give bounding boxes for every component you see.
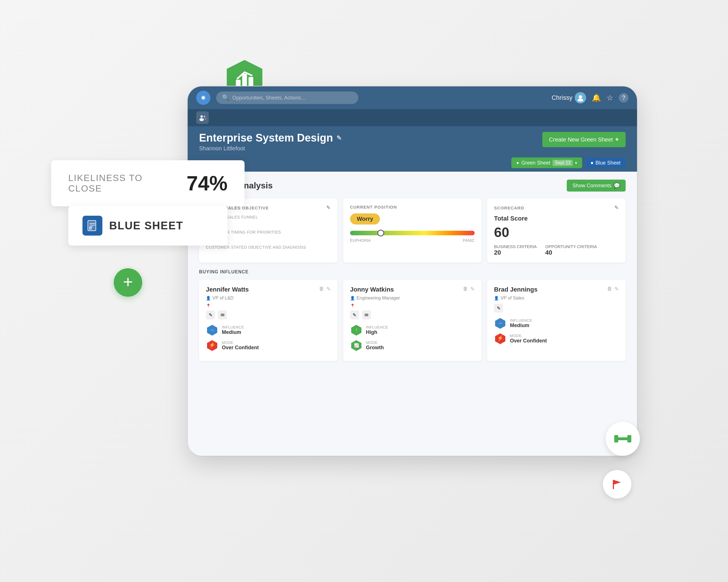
strategic-analysis-header: Strategic Analysis Show Comments 💬 xyxy=(199,179,626,192)
score-value: 60 xyxy=(494,224,619,240)
svg-text:↑: ↑ xyxy=(355,327,358,332)
tab-green-sheet[interactable]: ● Green Sheet Sept 23 ▾ xyxy=(511,158,582,168)
blue-sheet-title: BLUE SHEET xyxy=(109,220,183,232)
fitness-circle[interactable] xyxy=(606,422,640,456)
oc-value: 40 xyxy=(545,249,597,256)
create-green-sheet-button[interactable]: Create New Green Sheet + xyxy=(542,132,626,147)
jonny-contact-icon1[interactable]: ✎ xyxy=(350,310,359,320)
influence-card-jennifer: Jennifer Watts 🗑 ✎ 👤 VP of L&D 📍 xyxy=(199,280,338,361)
title-edit-icon[interactable]: ✎ xyxy=(336,134,341,142)
influence-card-brad: Brad Jennings 🗑 ✎ 👤 VP of Sales ✎ xyxy=(487,280,626,361)
svg-rect-31 xyxy=(614,435,618,442)
user-avatar[interactable] xyxy=(575,92,586,104)
brad-contact-icon1[interactable]: ✎ xyxy=(494,304,503,313)
pin-icon-jonny: 📍 xyxy=(350,304,355,308)
content-area: Strategic Analysis Show Comments 💬 SINGL… xyxy=(188,172,637,456)
oc-label: OPPORTUNITY CRITERIA xyxy=(545,244,597,249)
jennifer-delete-icon[interactable]: 🗑 xyxy=(319,286,324,292)
star-icon[interactable]: ☆ xyxy=(606,93,613,102)
svg-text:⚡: ⚡ xyxy=(497,335,504,341)
svg-text:→: → xyxy=(210,327,214,332)
green-sheet-badge: Sept 23 xyxy=(552,160,573,166)
panic-label: PANIC xyxy=(463,238,475,243)
brad-name: Brad Jennings xyxy=(494,286,538,293)
sso-edit-icon[interactable]: ✎ xyxy=(326,204,331,211)
svg-point-13 xyxy=(579,95,582,99)
influence-card-jonny: Jonny Watkins 🗑 ✎ 👤 Engineering Manager … xyxy=(343,280,482,361)
nav-right: Chrissy 🔔 ☆ ? xyxy=(552,92,628,104)
scorecard-edit-icon[interactable]: ✎ xyxy=(614,204,619,211)
jonny-edit-icon[interactable]: ✎ xyxy=(470,286,475,292)
jonny-contact-icon2[interactable]: ✉ xyxy=(362,310,371,320)
brad-delete-icon[interactable]: 🗑 xyxy=(607,286,612,292)
bell-icon[interactable]: 🔔 xyxy=(592,93,601,102)
sub-nav xyxy=(188,109,637,126)
jonny-mode-badge: 📈 MODE Growth xyxy=(350,339,475,352)
jonny-header: Jonny Watkins 🗑 ✎ xyxy=(350,286,475,293)
brad-role: 👤 VP of Sales xyxy=(494,296,619,301)
jennifer-icons: ✎ ✉ xyxy=(206,310,331,320)
opportunity-subtitle: Shannon Littlefoot xyxy=(199,145,341,152)
svg-text:→: → xyxy=(498,321,502,325)
plus-icon-btn: + xyxy=(615,136,619,143)
position-bar xyxy=(350,231,475,235)
jennifer-influence-badge: → INFLUENCE Medium xyxy=(206,324,331,336)
scorecard-label: SCORECARD ✎ xyxy=(494,204,619,211)
opportunity-title: Enterprise System Design ✎ xyxy=(199,132,341,144)
username: Chrissy xyxy=(552,94,572,102)
svg-marker-34 xyxy=(614,480,621,484)
content-header: Enterprise System Design ✎ Shannon Littl… xyxy=(188,126,637,158)
blue-sheet-icon: B xyxy=(82,216,102,235)
nav-user: Chrissy xyxy=(552,92,586,104)
likeliness-value: 74% xyxy=(186,172,228,195)
nav-logo xyxy=(196,91,210,105)
svg-point-14 xyxy=(577,99,583,102)
nav-bar: 🔍 Opportunities, Sheets, Actions... Chri… xyxy=(188,86,637,109)
euphoria-label: EUPHORIA xyxy=(350,238,371,243)
help-icon[interactable]: ? xyxy=(619,93,628,103)
jonny-name: Jonny Watkins xyxy=(350,286,394,293)
scorecard-card: SCORECARD ✎ Total Score 60 BUSINESS CRIT… xyxy=(487,198,626,262)
flag-circle[interactable] xyxy=(603,470,631,498)
buying-influence-label: BUYING INFLUENCE xyxy=(199,269,626,275)
jonny-delete-icon[interactable]: 🗑 xyxy=(463,286,468,292)
score-title: Total Score xyxy=(494,215,619,222)
position-labels: EUPHORIA PANIC xyxy=(350,238,475,243)
svg-point-15 xyxy=(201,115,203,118)
svg-text:B: B xyxy=(89,226,92,230)
svg-rect-33 xyxy=(613,480,614,489)
sheet-tabs: ● Green Sheet Sept 23 ▾ ■ Blue Sheet xyxy=(188,158,637,172)
search-icon: 🔍 xyxy=(222,94,230,102)
plus-icon: + xyxy=(123,273,133,290)
bc-value: 20 xyxy=(494,249,537,256)
add-button[interactable]: + xyxy=(114,268,142,297)
user-icon: 👤 xyxy=(206,296,211,300)
tab-blue-sheet[interactable]: ■ Blue Sheet xyxy=(586,158,626,168)
svg-point-12 xyxy=(202,96,205,99)
brad-influence-badge: → INFLUENCE Medium xyxy=(494,317,619,330)
jennifer-edit-icon[interactable]: ✎ xyxy=(327,286,331,292)
svg-text:⚡: ⚡ xyxy=(209,342,215,348)
jennifer-mode-badge: ⚡ MODE Over Confident xyxy=(206,339,331,352)
nav-people-icon[interactable] xyxy=(196,111,209,124)
brad-edit-icon[interactable]: ✎ xyxy=(615,286,619,292)
brad-actions: 🗑 ✎ xyxy=(607,286,619,292)
jennifer-actions: 🗑 ✎ xyxy=(319,286,331,292)
brad-mode-badge: ⚡ MODE Over Confident xyxy=(494,332,619,345)
likeliness-label: LIKELINESS TO CLOSE xyxy=(68,173,178,194)
search-bar[interactable]: 🔍 Opportunities, Sheets, Actions... xyxy=(216,91,358,104)
current-position-card: CURRENT POSITION Worry EUPHORIA PANIC xyxy=(343,198,482,262)
search-placeholder: Opportunities, Sheets, Actions... xyxy=(232,95,305,101)
jonny-icons: ✎ ✉ xyxy=(350,310,475,320)
opportunity-criteria: OPPORTUNITY CRITERIA 40 xyxy=(545,244,597,256)
likeliness-panel: LIKELINESS TO CLOSE 74% xyxy=(51,160,244,206)
jennifer-contact-icon1[interactable]: ✎ xyxy=(206,310,215,320)
user-icon-brad: 👤 xyxy=(494,296,499,300)
blue-sheet-panel: B BLUE SHEET xyxy=(68,206,228,246)
buying-influence-section: BUYING INFLUENCE Jennifer Watts 🗑 ✎ 👤 xyxy=(199,269,626,361)
jonny-actions: 🗑 ✎ xyxy=(463,286,475,292)
svg-point-17 xyxy=(204,116,205,117)
show-comments-button[interactable]: Show Comments 💬 xyxy=(567,179,626,192)
jennifer-contact-icon2[interactable]: ✉ xyxy=(218,310,227,320)
pin-icon: 📍 xyxy=(206,304,211,308)
